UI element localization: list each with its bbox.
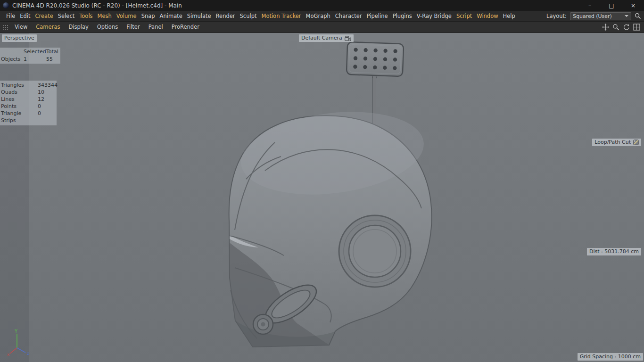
viewport-menu-filter[interactable]: Filter xyxy=(122,22,144,33)
stat-label: Triangle Strips xyxy=(1,110,38,124)
camera-label-chip[interactable]: Default Camera xyxy=(299,34,354,42)
viewport-menu-cameras[interactable]: Cameras xyxy=(32,22,64,33)
stats-objects-selected: 1 xyxy=(24,56,46,62)
close-button[interactable]: × xyxy=(622,0,644,11)
stat-label: Points xyxy=(1,103,38,110)
stat-row-points: Points0 xyxy=(1,103,56,110)
camera-label: Default Camera xyxy=(301,35,342,41)
viewport-toolbar-items: ViewCamerasDisplayOptionsFilterPanelProR… xyxy=(10,22,204,33)
viewport-menu-view[interactable]: View xyxy=(10,22,32,33)
grid-spacing-chip: Grid Spacing : 1000 cm xyxy=(578,353,643,361)
menu-sculpt[interactable]: Sculpt xyxy=(238,11,259,21)
menu-tools[interactable]: Tools xyxy=(77,11,95,21)
search-icon[interactable] xyxy=(635,13,641,19)
stat-value: 10 xyxy=(38,89,56,96)
menu-animate[interactable]: Animate xyxy=(157,11,185,21)
viewport-menu-options[interactable]: Options xyxy=(93,22,122,33)
rotate-icon[interactable] xyxy=(623,24,630,31)
stat-label: Triangles xyxy=(1,82,38,89)
helmet-dome xyxy=(229,102,432,347)
antenna-plate xyxy=(347,42,404,76)
layout-select[interactable]: Squared (User) xyxy=(570,12,631,20)
zoom-icon[interactable] xyxy=(612,24,619,31)
layout-area: Layout: Squared (User) xyxy=(546,12,641,20)
stats-selection-panel: Selected Total Objects 1 55 xyxy=(0,48,60,64)
distance-label: Dist : 5031.784 cm xyxy=(589,248,639,255)
axis-z-label: z xyxy=(27,351,29,356)
menu-volume[interactable]: Volume xyxy=(114,11,139,21)
camera-icon[interactable] xyxy=(345,36,351,41)
grid-spacing-label: Grid Spacing : 1000 cm xyxy=(580,354,641,360)
stat-row-lines: Lines12 xyxy=(1,96,56,103)
stats-header-selected: Selected xyxy=(24,49,46,55)
distance-chip: Dist : 5031.784 cm xyxy=(587,248,641,255)
menu-bar-items: FileEditCreateSelectToolsMeshVolumeSnapA… xyxy=(4,11,518,21)
stats-objects-total: 55 xyxy=(46,56,58,62)
menu-script[interactable]: Script xyxy=(454,11,474,21)
viewport-canvas[interactable]: Perspective Default Camera Loop/Path Cut… xyxy=(0,33,644,362)
menu-select[interactable]: Select xyxy=(56,11,77,21)
chevron-down-icon xyxy=(625,15,628,17)
stat-row-quads: Quads10 xyxy=(1,89,56,96)
menu-window[interactable]: Window xyxy=(474,11,500,21)
viewport-menu-prorender[interactable]: ProRender xyxy=(167,22,204,33)
axis-gizmo: Y x z xyxy=(7,329,33,356)
viewport-menu-panel[interactable]: Panel xyxy=(144,22,167,33)
menu-mesh[interactable]: Mesh xyxy=(95,11,114,21)
layout-label: Layout: xyxy=(546,13,567,19)
menu-character[interactable]: Character xyxy=(333,11,364,21)
layout-select-value: Squared (User) xyxy=(573,13,612,19)
stats-rows: Triangles343344Quads10Lines12Points0Tria… xyxy=(1,82,56,124)
stats-objects-label: Objects xyxy=(1,56,24,62)
stats-spacer xyxy=(1,49,24,55)
viewport-nav-icons xyxy=(602,24,640,31)
menu-plugins[interactable]: Plugins xyxy=(390,11,414,21)
view-label: Perspective xyxy=(4,35,34,41)
window-title: CINEMA 4D R20.026 Studio (RC - R20) - [H… xyxy=(12,2,182,9)
main-menu-bar: FileEditCreateSelectToolsMeshVolumeSnapA… xyxy=(0,11,644,22)
viewport-toolbar: ViewCamerasDisplayOptionsFilterPanelProR… xyxy=(0,22,644,33)
panel-grip-icon[interactable] xyxy=(3,25,8,30)
title-bar: CINEMA 4D R20.026 Studio (RC - R20) - [H… xyxy=(0,0,644,11)
active-tool-label: Loop/Path Cut xyxy=(594,139,631,146)
stats-geometry-panel: Triangles343344Quads10Lines12Points0Tria… xyxy=(0,81,57,125)
stats-header-total: Total xyxy=(46,49,58,55)
menu-snap[interactable]: Snap xyxy=(139,11,157,21)
window-controls: – □ × xyxy=(579,0,644,11)
menu-mograph[interactable]: MoGraph xyxy=(304,11,333,21)
stat-value: 343344 xyxy=(38,82,58,89)
stat-row-triangle-strips: Triangle Strips0 xyxy=(1,110,56,124)
viewport-menu-display[interactable]: Display xyxy=(64,22,92,33)
stat-label: Lines xyxy=(1,96,38,103)
stat-label: Quads xyxy=(1,89,38,96)
axis-y-label: Y xyxy=(14,329,18,334)
helmet-model[interactable] xyxy=(0,33,644,362)
menu-edit[interactable]: Edit xyxy=(17,11,33,21)
stat-value: 0 xyxy=(38,103,56,110)
loop-cut-tool-icon xyxy=(633,140,639,145)
stat-value: 12 xyxy=(38,96,56,103)
minimize-button[interactable]: – xyxy=(579,0,601,11)
maximize-button[interactable]: □ xyxy=(601,0,622,11)
ear-disc xyxy=(339,215,411,287)
menu-file[interactable]: File xyxy=(4,11,17,21)
axis-x-label: x xyxy=(7,352,10,356)
menu-pipeline[interactable]: Pipeline xyxy=(364,11,390,21)
view-label-chip[interactable]: Perspective xyxy=(2,34,37,42)
menu-help[interactable]: Help xyxy=(501,11,518,21)
app-logo-icon xyxy=(3,2,9,8)
menu-create[interactable]: Create xyxy=(33,11,56,21)
stat-value: 0 xyxy=(38,110,56,124)
menu-render[interactable]: Render xyxy=(214,11,238,21)
menu-motion-tracker[interactable]: Motion Tracker xyxy=(259,11,303,21)
menu-simulate[interactable]: Simulate xyxy=(185,11,214,21)
active-tool-chip: Loop/Path Cut xyxy=(592,139,641,146)
pan-icon[interactable] xyxy=(602,24,609,31)
menu-v-ray-bridge[interactable]: V-Ray Bridge xyxy=(414,11,454,21)
stat-row-triangles: Triangles343344 xyxy=(1,82,56,89)
toggle-view-icon[interactable] xyxy=(633,24,640,31)
